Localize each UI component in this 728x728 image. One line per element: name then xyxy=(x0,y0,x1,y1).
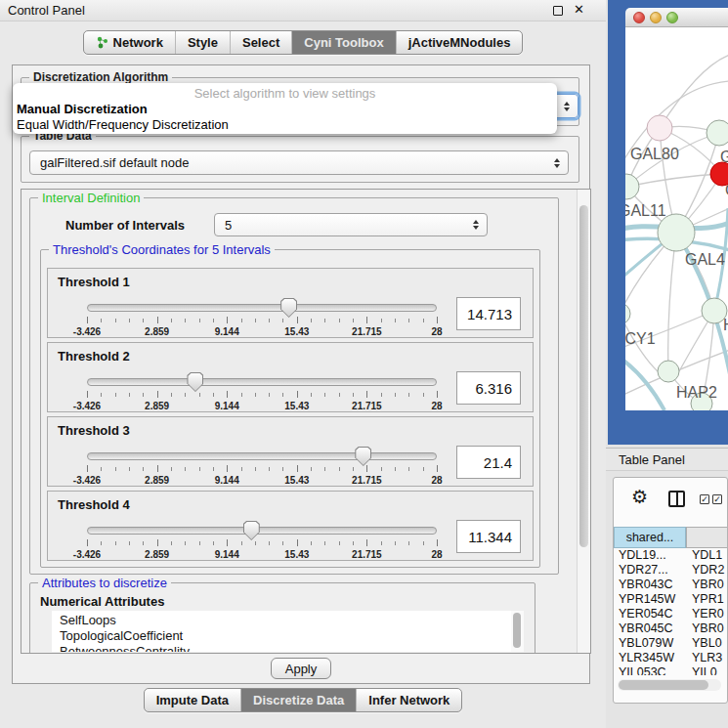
settings-vertical-scrollbar[interactable] xyxy=(577,190,590,653)
cell-shared-name[interactable]: YDR27... xyxy=(614,563,686,578)
table-horizontal-scrollbar[interactable] xyxy=(618,679,721,691)
tab-label: Style xyxy=(188,35,218,50)
table-toolbar: ⚙ ✓ ✓ xyxy=(614,478,727,521)
threshold-value-field[interactable]: 11.344 xyxy=(456,520,521,553)
table-body: YDL19...YDL1YDR27...YDR2YBR043CYBR0YPR14… xyxy=(614,548,728,675)
close-traffic-light-icon[interactable] xyxy=(633,12,645,23)
numerical-attributes-list[interactable]: SelfLoopsTopologicalCoefficientBetweenne… xyxy=(52,611,523,652)
cell-name[interactable]: YDL1 xyxy=(686,548,728,563)
threshold-slider-2[interactable]: -3.4262.8599.14415.4321.71528 xyxy=(87,378,437,407)
attribute-item-topologicalcoefficient[interactable]: TopologicalCoefficient xyxy=(60,628,523,644)
right-panel: GAL80G.CGAL11GAL4GCY1HHAP2 Table Panel ⚙… xyxy=(606,0,728,728)
table-row[interactable]: YBR045CYBR0 xyxy=(614,621,728,636)
float-icon[interactable] xyxy=(553,6,563,16)
threshold-label: Threshold 4 xyxy=(58,497,130,512)
node-g[interactable] xyxy=(707,120,728,146)
slider-thumb[interactable] xyxy=(355,447,371,466)
threshold-slider-4[interactable]: -3.4262.8599.14415.4321.71528 xyxy=(87,527,437,556)
table-row[interactable]: YDR27...YDR2 xyxy=(614,563,728,578)
tab-style[interactable]: Style xyxy=(176,31,231,54)
cell-shared-name[interactable]: YPR145W xyxy=(614,592,686,607)
tab-select[interactable]: Select xyxy=(231,31,292,54)
slider-thumb[interactable] xyxy=(187,372,203,392)
zoom-traffic-light-icon[interactable] xyxy=(666,12,678,23)
cell-name[interactable]: YPR1 xyxy=(686,592,728,607)
screen: Control Panel ✕ NetworkStyleSelectCyni T… xyxy=(0,0,728,728)
node-gcy1[interactable] xyxy=(625,303,630,324)
slider-thumb[interactable] xyxy=(243,521,260,540)
attributes-list-scrollbar[interactable] xyxy=(511,611,524,652)
slider-track[interactable] xyxy=(87,304,437,312)
tab-network[interactable]: Network xyxy=(84,31,176,54)
network-canvas[interactable]: GAL80G.CGAL11GAL4GCY1HHAP2 xyxy=(625,27,728,410)
cell-name[interactable]: YDR2 xyxy=(686,563,728,578)
mode-tab-discretize-data[interactable]: Discretize Data xyxy=(241,689,357,711)
table-row[interactable]: YER054CYER0 xyxy=(614,607,728,621)
table-data-combobox[interactable]: galFiltered.sif default node xyxy=(29,150,569,175)
node-table: ⚙ ✓ ✓ shared... na YDL19...YDL1YDR27...Y… xyxy=(613,477,728,704)
network-edge[interactable] xyxy=(625,355,664,410)
mode-tab-infer-network[interactable]: Infer Network xyxy=(357,689,461,711)
settings-scrollpane: Interval Definition Number of Intervals … xyxy=(21,189,591,654)
table-row[interactable]: YPR145WYPR1 xyxy=(614,592,728,607)
tab-jactivemnodules[interactable]: jActiveMNodules xyxy=(397,31,523,54)
cell-shared-name[interactable]: YBR045C xyxy=(614,621,686,636)
cell-name[interactable]: YBR0 xyxy=(686,578,728,592)
table-row[interactable]: YBL079WYBL0 xyxy=(614,636,728,651)
cell-shared-name[interactable]: YBR043C xyxy=(614,578,686,592)
cell-name[interactable]: YLR3 xyxy=(686,651,728,665)
dropdown-item-equal-width-frequency[interactable]: Equal Width/Frequency Discretization xyxy=(13,117,557,133)
gear-icon[interactable]: ⚙ xyxy=(631,486,648,508)
cell-name[interactable]: YIL0 xyxy=(686,665,728,675)
checkbox-icon[interactable]: ✓ xyxy=(712,494,722,504)
slider-thumb[interactable] xyxy=(280,298,297,318)
cell-name[interactable]: YER0 xyxy=(686,607,728,621)
checkbox-icon[interactable]: ✓ xyxy=(700,494,709,504)
dropdown-placeholder-item[interactable]: Select algorithm to view settings xyxy=(13,85,557,102)
slider-ticks xyxy=(87,317,437,324)
threshold-value-field[interactable]: 21.4 xyxy=(456,446,521,479)
cell-name[interactable]: YBL0 xyxy=(686,636,728,651)
cell-shared-name[interactable]: YBL079W xyxy=(614,636,686,651)
tab-cyni-toolbox[interactable]: Cyni Toolbox xyxy=(292,31,396,54)
table-row[interactable]: YIL053CYIL0 xyxy=(614,665,728,675)
table-row[interactable]: YDL19...YDL1 xyxy=(614,548,728,563)
table-row[interactable]: YBR043CYBR0 xyxy=(614,578,728,592)
cell-shared-name[interactable]: YIL053C xyxy=(614,665,686,675)
table-row[interactable]: YLR345WYLR3 xyxy=(614,651,728,665)
mode-tab-impute-data[interactable]: Impute Data xyxy=(145,689,241,711)
cell-name[interactable]: YBR0 xyxy=(686,621,728,636)
top-tab-bar: NetworkStyleSelectCyni ToolboxjActiveMNo… xyxy=(0,30,606,55)
cell-shared-name[interactable]: YLR345W xyxy=(614,651,686,665)
threshold-value-field[interactable]: 6.316 xyxy=(456,371,521,405)
node-hap2[interactable] xyxy=(658,361,679,382)
number-of-intervals-combobox[interactable]: 5 xyxy=(214,213,488,236)
combo-arrows-icon xyxy=(564,102,570,111)
node-label-hap2: HAP2 xyxy=(676,384,717,401)
table-panel-titlebar: Table Panel xyxy=(606,448,728,471)
cell-shared-name[interactable]: YER054C xyxy=(614,607,686,621)
node-gal4[interactable] xyxy=(658,214,695,251)
numerical-attributes-label: Numerical Attributes xyxy=(40,594,164,609)
thresholds-group: Threshold's Coordinates for 5 Intervals … xyxy=(40,249,540,568)
threshold-box-1: Threshold 1-3.4262.8599.14415.4321.71528… xyxy=(47,268,534,338)
attribute-item-betweennesscentrality[interactable]: BetweennessCentrality xyxy=(60,644,523,652)
network-edge[interactable] xyxy=(668,233,676,371)
node-gal80[interactable] xyxy=(647,115,672,141)
close-icon[interactable]: ✕ xyxy=(574,2,584,17)
attribute-item-selfloops[interactable]: SelfLoops xyxy=(60,613,523,628)
minimize-traffic-light-icon[interactable] xyxy=(650,12,662,23)
column-header-shared-name[interactable]: shared... xyxy=(614,527,686,548)
column-header-name[interactable]: na xyxy=(686,527,728,548)
tab-label: jActiveMNodules xyxy=(408,35,511,50)
slider-track[interactable] xyxy=(87,527,437,535)
slider-track[interactable] xyxy=(87,378,437,386)
threshold-slider-1[interactable]: -3.4262.8599.14415.4321.71528 xyxy=(87,304,437,333)
dropdown-item-manual-discretization[interactable]: Manual Discretization xyxy=(13,102,557,117)
columns-icon[interactable] xyxy=(668,491,685,507)
threshold-slider-3[interactable]: -3.4262.8599.14415.4321.71528 xyxy=(87,452,437,482)
apply-button[interactable]: Apply xyxy=(271,658,331,679)
cell-shared-name[interactable]: YDL19... xyxy=(614,548,686,563)
threshold-value-field[interactable]: 14.713 xyxy=(456,297,521,330)
slider-track[interactable] xyxy=(87,452,437,460)
